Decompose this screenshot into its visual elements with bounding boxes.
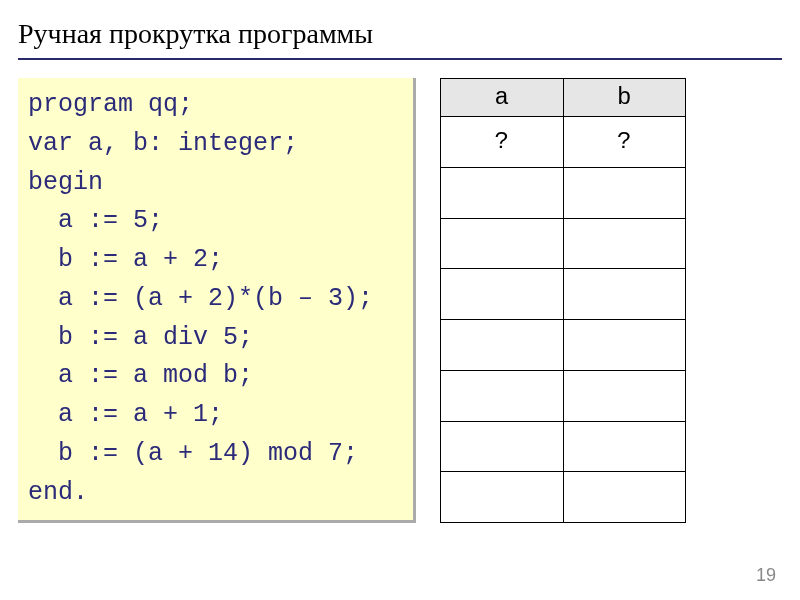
table-cell	[441, 421, 564, 472]
trace-table: a b ??	[440, 78, 686, 523]
table-cell	[441, 472, 564, 523]
table-row	[441, 218, 686, 269]
content-row: program qq; var a, b: integer; begin a :…	[0, 78, 800, 523]
table-row	[441, 269, 686, 320]
table-cell	[441, 370, 564, 421]
table-row	[441, 472, 686, 523]
table-cell	[563, 370, 686, 421]
col-header-a: a	[441, 79, 564, 117]
table-cell	[563, 167, 686, 218]
table-cell	[441, 320, 564, 371]
table-row	[441, 370, 686, 421]
code-block: program qq; var a, b: integer; begin a :…	[18, 78, 416, 523]
table-cell	[563, 218, 686, 269]
table-cell	[441, 269, 564, 320]
title-rule	[18, 58, 782, 60]
table-row: ??	[441, 117, 686, 168]
table-cell: ?	[441, 117, 564, 168]
table-cell	[441, 218, 564, 269]
table-cell	[441, 167, 564, 218]
slide-title: Ручная прокрутка программы	[0, 0, 800, 58]
table-cell	[563, 269, 686, 320]
table-cell	[563, 421, 686, 472]
table-cell	[563, 320, 686, 371]
table-cell	[563, 472, 686, 523]
table-cell: ?	[563, 117, 686, 168]
table-header-row: a b	[441, 79, 686, 117]
table-row	[441, 320, 686, 371]
table-row	[441, 421, 686, 472]
table-row	[441, 167, 686, 218]
col-header-b: b	[563, 79, 686, 117]
page-number: 19	[756, 565, 776, 586]
